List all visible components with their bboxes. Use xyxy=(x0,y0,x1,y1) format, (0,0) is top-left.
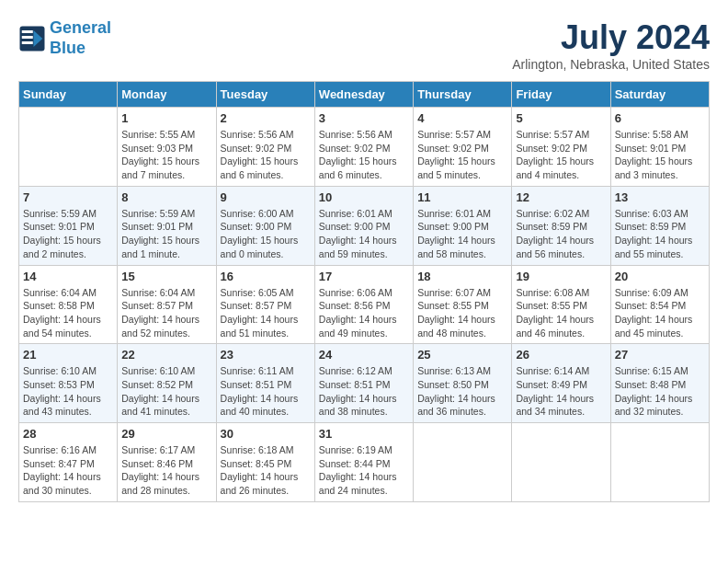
cell-info: Sunrise: 6:02 AM Sunset: 8:59 PM Dayligh… xyxy=(516,207,606,261)
day-number: 21 xyxy=(23,348,113,362)
cell-info: Sunrise: 6:10 AM Sunset: 8:53 PM Dayligh… xyxy=(23,364,113,419)
location: Arlington, Nebraska, United States xyxy=(512,57,710,72)
calendar-cell: 3Sunrise: 5:56 AM Sunset: 9:02 PM Daylig… xyxy=(314,108,413,187)
calendar-cell: 17Sunrise: 6:06 AM Sunset: 8:56 PM Dayli… xyxy=(314,265,413,344)
logo: General Blue xyxy=(18,18,111,58)
logo-line1: General xyxy=(50,18,111,37)
cell-info: Sunrise: 5:58 AM Sunset: 9:01 PM Dayligh… xyxy=(615,128,705,182)
calendar-header-row: SundayMondayTuesdayWednesdayThursdayFrid… xyxy=(19,82,710,108)
calendar-cell: 19Sunrise: 6:08 AM Sunset: 8:55 PM Dayli… xyxy=(512,265,610,344)
calendar-cell: 27Sunrise: 6:15 AM Sunset: 8:48 PM Dayli… xyxy=(610,344,709,423)
calendar-cell xyxy=(19,108,118,187)
calendar-cell: 21Sunrise: 6:10 AM Sunset: 8:53 PM Dayli… xyxy=(19,344,118,423)
day-number: 26 xyxy=(516,348,606,362)
cell-info: Sunrise: 6:07 AM Sunset: 8:55 PM Dayligh… xyxy=(417,286,507,340)
calendar-cell: 5Sunrise: 5:57 AM Sunset: 9:02 PM Daylig… xyxy=(512,108,610,187)
cell-info: Sunrise: 5:56 AM Sunset: 9:02 PM Dayligh… xyxy=(221,128,311,182)
calendar-cell: 20Sunrise: 6:09 AM Sunset: 8:54 PM Dayli… xyxy=(610,265,709,344)
calendar-cell: 6Sunrise: 5:58 AM Sunset: 9:01 PM Daylig… xyxy=(610,108,709,187)
cell-info: Sunrise: 6:05 AM Sunset: 8:57 PM Dayligh… xyxy=(221,286,311,340)
cell-info: Sunrise: 6:03 AM Sunset: 8:59 PM Dayligh… xyxy=(615,207,705,261)
cell-info: Sunrise: 5:55 AM Sunset: 9:03 PM Dayligh… xyxy=(121,128,211,182)
cell-info: Sunrise: 6:06 AM Sunset: 8:56 PM Dayligh… xyxy=(319,286,409,340)
calendar-cell: 10Sunrise: 6:01 AM Sunset: 9:00 PM Dayli… xyxy=(314,186,413,265)
calendar-cell: 24Sunrise: 6:12 AM Sunset: 8:51 PM Dayli… xyxy=(314,344,413,423)
calendar-week-row: 14Sunrise: 6:04 AM Sunset: 8:58 PM Dayli… xyxy=(19,265,710,344)
calendar-cell: 12Sunrise: 6:02 AM Sunset: 8:59 PM Dayli… xyxy=(512,186,610,265)
day-number: 9 xyxy=(221,190,311,204)
cell-info: Sunrise: 6:04 AM Sunset: 8:57 PM Dayligh… xyxy=(121,286,211,340)
day-number: 5 xyxy=(516,111,606,125)
day-number: 1 xyxy=(121,111,211,125)
day-header-sunday: Sunday xyxy=(19,82,118,108)
day-header-friday: Friday xyxy=(512,82,610,108)
cell-info: Sunrise: 6:01 AM Sunset: 9:00 PM Dayligh… xyxy=(417,207,507,261)
calendar-cell: 28Sunrise: 6:16 AM Sunset: 8:47 PM Dayli… xyxy=(19,423,118,502)
cell-info: Sunrise: 6:15 AM Sunset: 8:48 PM Dayligh… xyxy=(615,364,705,419)
day-number: 16 xyxy=(221,270,311,283)
cell-info: Sunrise: 6:17 AM Sunset: 8:46 PM Dayligh… xyxy=(121,443,211,498)
day-number: 22 xyxy=(121,348,211,362)
day-number: 25 xyxy=(417,348,507,362)
calendar-cell: 14Sunrise: 6:04 AM Sunset: 8:58 PM Dayli… xyxy=(19,265,118,344)
day-number: 23 xyxy=(221,348,311,362)
day-number: 29 xyxy=(121,427,211,441)
calendar-cell: 7Sunrise: 5:59 AM Sunset: 9:01 PM Daylig… xyxy=(19,186,118,265)
day-number: 10 xyxy=(319,190,409,204)
day-number: 4 xyxy=(417,111,507,125)
day-number: 30 xyxy=(221,427,311,441)
calendar-cell: 15Sunrise: 6:04 AM Sunset: 8:57 PM Dayli… xyxy=(118,265,216,344)
calendar-cell: 29Sunrise: 6:17 AM Sunset: 8:46 PM Dayli… xyxy=(118,423,216,502)
day-number: 7 xyxy=(23,190,113,204)
calendar-cell: 30Sunrise: 6:18 AM Sunset: 8:45 PM Dayli… xyxy=(216,423,314,502)
calendar-cell: 23Sunrise: 6:11 AM Sunset: 8:51 PM Dayli… xyxy=(216,344,314,423)
calendar-week-row: 1Sunrise: 5:55 AM Sunset: 9:03 PM Daylig… xyxy=(19,108,710,187)
cell-info: Sunrise: 6:13 AM Sunset: 8:50 PM Dayligh… xyxy=(417,364,507,419)
calendar-cell: 2Sunrise: 5:56 AM Sunset: 9:02 PM Daylig… xyxy=(216,108,314,187)
logo-icon xyxy=(18,25,46,52)
cell-info: Sunrise: 6:09 AM Sunset: 8:54 PM Dayligh… xyxy=(615,286,705,340)
cell-info: Sunrise: 5:56 AM Sunset: 9:02 PM Dayligh… xyxy=(319,128,409,182)
calendar-week-row: 28Sunrise: 6:16 AM Sunset: 8:47 PM Dayli… xyxy=(19,423,710,502)
cell-info: Sunrise: 6:08 AM Sunset: 8:55 PM Dayligh… xyxy=(516,286,606,340)
cell-info: Sunrise: 6:04 AM Sunset: 8:58 PM Dayligh… xyxy=(23,286,113,340)
day-number: 11 xyxy=(417,190,507,204)
calendar-cell: 11Sunrise: 6:01 AM Sunset: 9:00 PM Dayli… xyxy=(414,186,512,265)
day-number: 31 xyxy=(319,427,409,441)
calendar-cell: 16Sunrise: 6:05 AM Sunset: 8:57 PM Dayli… xyxy=(216,265,314,344)
cell-info: Sunrise: 6:11 AM Sunset: 8:51 PM Dayligh… xyxy=(221,364,311,419)
calendar-cell xyxy=(512,423,610,502)
cell-info: Sunrise: 6:14 AM Sunset: 8:49 PM Dayligh… xyxy=(516,364,606,419)
calendar-week-row: 21Sunrise: 6:10 AM Sunset: 8:53 PM Dayli… xyxy=(19,344,710,423)
calendar-table: SundayMondayTuesdayWednesdayThursdayFrid… xyxy=(18,81,710,502)
day-number: 15 xyxy=(121,270,211,283)
calendar-cell xyxy=(414,423,512,502)
calendar-cell: 8Sunrise: 5:59 AM Sunset: 9:01 PM Daylig… xyxy=(118,186,216,265)
cell-info: Sunrise: 5:57 AM Sunset: 9:02 PM Dayligh… xyxy=(417,128,507,182)
day-number: 27 xyxy=(615,348,705,362)
cell-info: Sunrise: 5:59 AM Sunset: 9:01 PM Dayligh… xyxy=(23,207,113,261)
day-header-monday: Monday xyxy=(118,82,216,108)
svg-rect-3 xyxy=(22,36,33,39)
calendar-cell: 22Sunrise: 6:10 AM Sunset: 8:52 PM Dayli… xyxy=(118,344,216,423)
calendar-cell: 4Sunrise: 5:57 AM Sunset: 9:02 PM Daylig… xyxy=(414,108,512,187)
cell-info: Sunrise: 6:18 AM Sunset: 8:45 PM Dayligh… xyxy=(221,443,311,498)
calendar-cell: 18Sunrise: 6:07 AM Sunset: 8:55 PM Dayli… xyxy=(414,265,512,344)
day-number: 28 xyxy=(23,427,113,441)
day-number: 24 xyxy=(319,348,409,362)
cell-info: Sunrise: 6:16 AM Sunset: 8:47 PM Dayligh… xyxy=(23,443,113,498)
day-number: 19 xyxy=(516,270,606,283)
cell-info: Sunrise: 6:01 AM Sunset: 9:00 PM Dayligh… xyxy=(319,207,409,261)
cell-info: Sunrise: 5:59 AM Sunset: 9:01 PM Dayligh… xyxy=(121,207,211,261)
cell-info: Sunrise: 5:57 AM Sunset: 9:02 PM Dayligh… xyxy=(516,128,606,182)
calendar-cell xyxy=(610,423,709,502)
day-header-thursday: Thursday xyxy=(414,82,512,108)
cell-info: Sunrise: 6:12 AM Sunset: 8:51 PM Dayligh… xyxy=(319,364,409,419)
page-header: General Blue July 2024 Arlington, Nebras… xyxy=(18,18,710,72)
day-header-tuesday: Tuesday xyxy=(216,82,314,108)
calendar-week-row: 7Sunrise: 5:59 AM Sunset: 9:01 PM Daylig… xyxy=(19,186,710,265)
cell-info: Sunrise: 6:00 AM Sunset: 9:00 PM Dayligh… xyxy=(221,207,311,261)
day-header-wednesday: Wednesday xyxy=(314,82,413,108)
calendar-cell: 9Sunrise: 6:00 AM Sunset: 9:00 PM Daylig… xyxy=(216,186,314,265)
calendar-cell: 26Sunrise: 6:14 AM Sunset: 8:49 PM Dayli… xyxy=(512,344,610,423)
